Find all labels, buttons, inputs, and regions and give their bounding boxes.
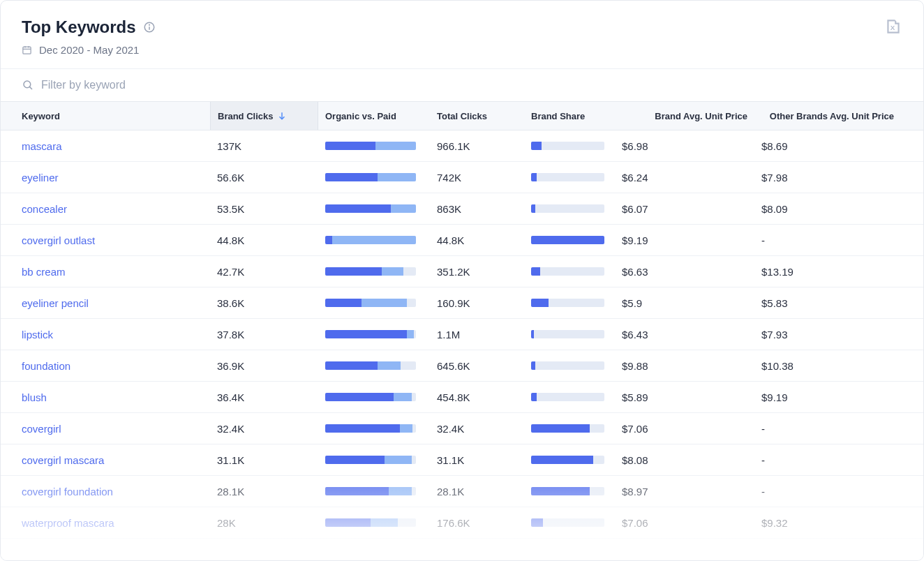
other-avg-price-value: -: [754, 486, 901, 498]
table-row: mascara137K966.1K$6.98$8.69: [1, 130, 923, 162]
table-row: bb cream42.7K351.2K$6.63$13.19: [1, 256, 923, 287]
brand-clicks-value: 36.4K: [210, 391, 318, 403]
other-avg-price-value: $8.09: [754, 203, 901, 215]
brand-avg-price-value: $7.06: [615, 423, 754, 435]
svg-point-2: [149, 24, 149, 25]
brand-share-bar: [524, 487, 615, 495]
export-excel-icon[interactable]: X: [884, 17, 902, 36]
table-row: covergirl outlast44.8K44.8K$9.19-: [1, 225, 923, 256]
search-icon: [22, 79, 34, 91]
brand-share-bar: [524, 267, 615, 276]
keyword-link[interactable]: covergirl: [22, 423, 61, 435]
brand-share-bar: [524, 424, 615, 433]
brand-clicks-value: 36.9K: [210, 360, 318, 372]
keyword-link[interactable]: concealer: [22, 203, 67, 215]
info-icon[interactable]: [143, 21, 156, 33]
other-avg-price-value: -: [754, 454, 901, 466]
organic-vs-paid-bar: [318, 299, 430, 307]
title-block: Top Keywords Dec 2020 - May 2021: [22, 17, 156, 56]
total-clicks-value: 176.6K: [430, 517, 524, 529]
total-clicks-value: 351.2K: [430, 266, 524, 278]
organic-vs-paid-bar: [318, 487, 430, 495]
total-clicks-value: 32.4K: [430, 423, 524, 435]
table-row: covergirl foundation28.1K28.1K$8.97-: [1, 476, 923, 507]
brand-clicks-value: 28.1K: [210, 486, 318, 498]
col-brand-avg-price[interactable]: Brand Avg. Unit Price: [615, 102, 754, 130]
card-header: Top Keywords Dec 2020 - May 2021 X: [1, 1, 923, 68]
organic-vs-paid-bar: [318, 424, 430, 433]
brand-avg-price-value: $7.06: [615, 517, 754, 529]
organic-vs-paid-bar: [318, 267, 430, 276]
organic-vs-paid-bar: [318, 142, 430, 150]
brand-clicks-value: 137K: [210, 140, 318, 152]
keyword-link[interactable]: lipstick: [22, 329, 53, 341]
keyword-link[interactable]: covergirl outlast: [22, 234, 95, 246]
brand-avg-price-value: $9.88: [615, 360, 754, 372]
brand-share-bar: [524, 393, 615, 401]
keyword-link[interactable]: bb cream: [22, 266, 66, 278]
other-avg-price-value: $13.19: [754, 266, 901, 278]
other-avg-price-value: $8.69: [754, 140, 901, 152]
brand-clicks-value: 53.5K: [210, 203, 318, 215]
filter-bar: [1, 68, 923, 101]
brand-avg-price-value: $6.43: [615, 329, 754, 341]
keyword-link[interactable]: eyeliner: [22, 172, 59, 184]
col-organic-vs-paid[interactable]: Organic vs. Paid: [318, 102, 430, 130]
table-row: concealer53.5K863K$6.07$8.09: [1, 193, 923, 225]
col-brand-share[interactable]: Brand Share: [524, 102, 615, 130]
filter-keyword-input[interactable]: [41, 79, 320, 91]
brand-clicks-value: 31.1K: [210, 454, 318, 466]
other-avg-price-value: $9.19: [754, 391, 901, 403]
organic-vs-paid-bar: [318, 456, 430, 464]
brand-share-bar: [524, 204, 615, 213]
keyword-link[interactable]: waterproof mascara: [22, 517, 114, 529]
brand-avg-price-value: $8.97: [615, 486, 754, 498]
organic-vs-paid-bar: [318, 518, 430, 527]
col-total-clicks[interactable]: Total Clicks: [430, 102, 524, 130]
table-header: Keyword Brand Clicks Organic vs. Paid To…: [1, 101, 923, 130]
organic-vs-paid-bar: [318, 173, 430, 181]
total-clicks-value: 645.6K: [430, 360, 524, 372]
brand-clicks-value: 42.7K: [210, 266, 318, 278]
col-keyword[interactable]: Keyword: [1, 102, 210, 130]
brand-avg-price-value: $9.19: [615, 234, 754, 246]
brand-clicks-value: 32.4K: [210, 423, 318, 435]
other-avg-price-value: -: [754, 234, 901, 246]
organic-vs-paid-bar: [318, 361, 430, 370]
total-clicks-value: 863K: [430, 203, 524, 215]
total-clicks-value: 160.9K: [430, 297, 524, 309]
keyword-link[interactable]: foundation: [22, 360, 70, 372]
sort-desc-icon: [277, 111, 287, 121]
organic-vs-paid-bar: [318, 236, 430, 244]
brand-share-bar: [524, 361, 615, 370]
card-title: Top Keywords: [22, 17, 136, 37]
table-row: foundation36.9K645.6K$9.88$10.38: [1, 350, 923, 382]
table-row: covergirl32.4K32.4K$7.06-: [1, 413, 923, 444]
total-clicks-value: 1.1M: [430, 329, 524, 341]
brand-share-bar: [524, 456, 615, 464]
brand-avg-price-value: $6.63: [615, 266, 754, 278]
brand-avg-price-value: $6.24: [615, 172, 754, 184]
brand-share-bar: [524, 142, 615, 150]
date-range: Dec 2020 - May 2021: [39, 44, 139, 56]
brand-avg-price-value: $5.9: [615, 297, 754, 309]
col-other-avg-price[interactable]: Other Brands Avg. Unit Price: [754, 102, 901, 130]
brand-clicks-value: 28K: [210, 517, 318, 529]
other-avg-price-value: $7.93: [754, 329, 901, 341]
svg-text:X: X: [891, 24, 895, 31]
svg-point-8: [24, 81, 31, 88]
keyword-link[interactable]: eyeliner pencil: [22, 297, 89, 309]
total-clicks-value: 742K: [430, 172, 524, 184]
brand-share-bar: [524, 236, 615, 244]
brand-clicks-value: 56.6K: [210, 172, 318, 184]
keyword-link[interactable]: blush: [22, 391, 47, 403]
keyword-link[interactable]: mascara: [22, 140, 62, 152]
col-brand-clicks[interactable]: Brand Clicks: [210, 102, 318, 130]
brand-avg-price-value: $5.89: [615, 391, 754, 403]
keyword-link[interactable]: covergirl foundation: [22, 486, 113, 498]
keyword-link[interactable]: covergirl mascara: [22, 454, 104, 466]
other-avg-price-value: -: [754, 423, 901, 435]
brand-avg-price-value: $6.07: [615, 203, 754, 215]
organic-vs-paid-bar: [318, 204, 430, 213]
organic-vs-paid-bar: [318, 393, 430, 401]
